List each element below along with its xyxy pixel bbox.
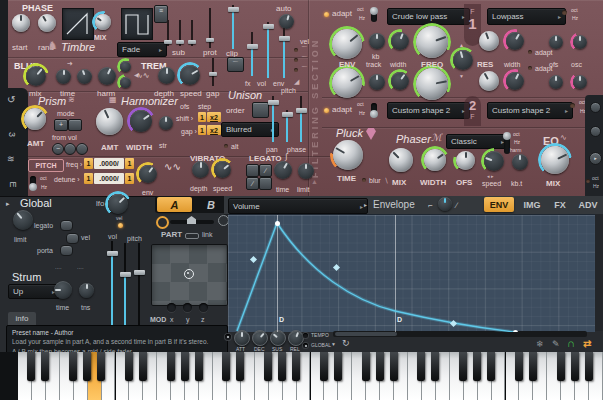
envelope-graph[interactable]: DD bbox=[228, 214, 595, 332]
pluck-blur-led[interactable] bbox=[362, 178, 366, 182]
piano-key-black[interactable] bbox=[487, 352, 495, 381]
filter-mix-knob[interactable] bbox=[453, 50, 473, 70]
piano-key-black[interactable] bbox=[376, 352, 384, 381]
f2-adapt-led[interactable] bbox=[324, 108, 329, 113]
piano-key-black[interactable] bbox=[292, 352, 300, 381]
strum-time-knob[interactable] bbox=[54, 281, 72, 299]
pre-fx-vol-slider[interactable] bbox=[106, 241, 118, 331]
phaser-speed-knob[interactable] bbox=[484, 151, 504, 171]
blur-mix-knob[interactable] bbox=[26, 66, 46, 86]
global-expand-icon[interactable]: ▸ bbox=[6, 200, 10, 207]
prot-slider[interactable] bbox=[206, 8, 214, 48]
env-slope-icon[interactable]: ∕ bbox=[456, 202, 457, 210]
xy-pad-crosshair[interactable] bbox=[184, 269, 194, 279]
piano-key-black[interactable] bbox=[431, 352, 439, 381]
piano-key-black[interactable] bbox=[390, 352, 398, 381]
sus-knob[interactable] bbox=[270, 330, 286, 346]
env-target-dropdown[interactable]: Volume▸ bbox=[228, 198, 368, 214]
piano-key-black[interactable] bbox=[181, 352, 189, 381]
f2-type-dropdown[interactable]: Custom shape 2▸ bbox=[387, 102, 470, 119]
harmonizer-shift-num[interactable]: 1 bbox=[198, 112, 206, 122]
rail-e-icon[interactable]: E bbox=[8, 181, 17, 187]
unison-alt-led[interactable] bbox=[224, 144, 228, 148]
timbre-mode-dropdown[interactable]: Fade▸ bbox=[117, 42, 167, 57]
piano-key-black[interactable] bbox=[195, 352, 203, 381]
fx-tab[interactable]: FX bbox=[549, 197, 571, 212]
envelope-point[interactable] bbox=[275, 221, 280, 226]
legato-mode-button-3[interactable]: ∕ bbox=[246, 177, 259, 190]
freeze-icon[interactable]: ❄ bbox=[536, 340, 544, 349]
global-legato-toggle[interactable] bbox=[60, 220, 73, 231]
piano-key-black[interactable] bbox=[473, 352, 481, 381]
harmonizer-width-knob[interactable] bbox=[130, 110, 152, 132]
f2-oct-hz-toggle[interactable] bbox=[371, 103, 377, 117]
piano-key-black[interactable] bbox=[97, 352, 105, 381]
legato-limit-knob[interactable] bbox=[298, 163, 314, 179]
global-radio[interactable] bbox=[303, 343, 308, 348]
vibrato-speed-knob[interactable] bbox=[214, 161, 231, 178]
unison-phase-slider[interactable] bbox=[296, 96, 306, 142]
rail-glyph-3-icon[interactable]: 3 bbox=[7, 132, 16, 137]
prism-vol-button-2[interactable] bbox=[76, 143, 88, 155]
pitch-oct-hz-toggle[interactable] bbox=[30, 176, 36, 190]
vel-curve-led-1[interactable] bbox=[294, 48, 298, 52]
piano-key-black[interactable] bbox=[571, 352, 579, 381]
vel-curve-led-3[interactable] bbox=[294, 68, 298, 72]
f1-width-knob[interactable] bbox=[391, 32, 409, 50]
env-tab[interactable]: ENV bbox=[484, 197, 514, 212]
env-section-arrow[interactable]: ▸ bbox=[364, 202, 367, 208]
f2-shape-dropdown[interactable]: Custom shape 2▸ bbox=[487, 102, 573, 119]
rail-waves-icon[interactable]: ≋ bbox=[7, 155, 15, 164]
f1-res-knob[interactable] bbox=[479, 31, 499, 51]
loop-marker-flag[interactable]: D bbox=[397, 316, 402, 323]
tempo-radio[interactable] bbox=[303, 333, 308, 338]
f1-osc-knob[interactable] bbox=[573, 35, 587, 49]
timbre-mix-knob[interactable] bbox=[95, 14, 111, 30]
f1-freq-knob[interactable] bbox=[416, 26, 448, 58]
f1-adapt-led[interactable] bbox=[324, 12, 329, 17]
unison-pan-slider[interactable] bbox=[268, 96, 278, 142]
fx-slider[interactable] bbox=[247, 32, 257, 76]
lfo-vel-led[interactable] bbox=[118, 223, 123, 228]
global-dropdown-icon[interactable]: ▼ bbox=[331, 342, 336, 347]
declick-refresh-icon[interactable]: ↻ bbox=[342, 339, 350, 348]
vel-curve-icon-1[interactable]: ⌒ bbox=[301, 46, 308, 53]
piano-key-black[interactable] bbox=[334, 352, 342, 381]
piano-key-black[interactable] bbox=[167, 352, 175, 381]
unison-order-button[interactable] bbox=[252, 102, 269, 118]
piano-key-black[interactable] bbox=[83, 352, 91, 381]
mod-dot-y[interactable] bbox=[183, 303, 192, 312]
vol-slider[interactable] bbox=[263, 22, 273, 78]
pitch-freq-num[interactable]: 1 bbox=[84, 158, 93, 169]
piano-key-black[interactable] bbox=[139, 352, 147, 381]
phaser-speed-arrows[interactable]: ◂ ▸ bbox=[487, 174, 493, 179]
keyboard[interactable] bbox=[18, 352, 603, 400]
env-step-icon[interactable]: ⌐ bbox=[428, 202, 433, 210]
pitch-detune-frac[interactable]: .0000/ bbox=[94, 173, 124, 184]
rel-knob[interactable] bbox=[288, 330, 304, 346]
blur-env-mini-knob-2[interactable] bbox=[120, 77, 131, 88]
harmonizer-amt-knob[interactable] bbox=[96, 108, 123, 135]
vibrato-depth-knob[interactable] bbox=[192, 161, 209, 178]
piano-key-black[interactable] bbox=[557, 352, 565, 381]
f1-env-knob[interactable] bbox=[332, 29, 362, 59]
prism-vol-button-1[interactable] bbox=[64, 143, 76, 155]
piano-key-black[interactable] bbox=[529, 352, 537, 381]
sub-slider-2[interactable] bbox=[176, 20, 184, 46]
prism-minus-button[interactable]: − bbox=[52, 143, 64, 155]
f1-adapt2-led[interactable] bbox=[528, 50, 532, 54]
sub-slider-3[interactable] bbox=[188, 20, 196, 46]
legato-time-knob[interactable] bbox=[274, 161, 292, 179]
trem-speed-knob[interactable] bbox=[180, 65, 200, 85]
f2-freq-knob[interactable] bbox=[416, 68, 448, 100]
legato-mode-button-2[interactable]: ∕ bbox=[259, 164, 272, 177]
piano-key-black[interactable] bbox=[320, 352, 328, 381]
part-balance-slider[interactable] bbox=[170, 220, 214, 224]
mod-dot-x[interactable] bbox=[167, 303, 176, 312]
slide-icon[interactable]: ✎ bbox=[552, 340, 560, 349]
edge-button-1[interactable] bbox=[590, 102, 601, 113]
pitch-freq-frac[interactable]: .0000/ bbox=[94, 158, 124, 169]
piano-key-black[interactable] bbox=[278, 352, 286, 381]
f2-kbtrack-knob[interactable] bbox=[369, 74, 385, 90]
post-fx-vol-slider[interactable] bbox=[119, 243, 131, 331]
